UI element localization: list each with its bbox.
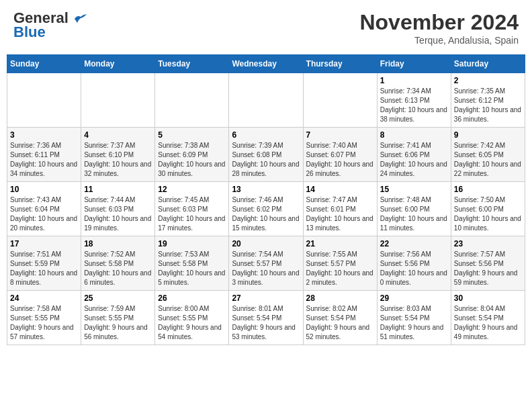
calendar-cell: 8Sunrise: 7:41 AMSunset: 6:06 PMDaylight… [377, 128, 451, 182]
day-info: Sunrise: 7:51 AMSunset: 5:59 PMDaylight:… [10, 250, 78, 287]
calendar-cell: 21Sunrise: 7:55 AMSunset: 5:57 PMDayligh… [303, 236, 377, 291]
calendar-week-1: 1Sunrise: 7:34 AMSunset: 6:13 PMDaylight… [7, 73, 525, 128]
day-info: Sunrise: 7:43 AMSunset: 6:04 PMDaylight:… [10, 195, 78, 233]
page-header: General Blue November 2024 Terque, Andal… [7, 7, 525, 49]
calendar-cell: 28Sunrise: 8:02 AMSunset: 5:54 PMDayligh… [303, 291, 377, 345]
day-info: Sunrise: 8:01 AMSunset: 5:54 PMDaylight:… [232, 304, 300, 342]
logo-bird-icon [73, 13, 88, 24]
day-info: Sunrise: 7:34 AMSunset: 6:13 PMDaylight:… [380, 87, 448, 124]
day-number: 22 [380, 239, 448, 248]
day-number: 17 [10, 239, 78, 248]
day-info: Sunrise: 7:37 AMSunset: 6:10 PMDaylight:… [84, 141, 152, 179]
day-info: Sunrise: 8:02 AMSunset: 5:54 PMDaylight:… [306, 304, 374, 342]
day-info: Sunrise: 7:50 AMSunset: 6:00 PMDaylight:… [454, 195, 522, 233]
calendar-cell: 3Sunrise: 7:36 AMSunset: 6:11 PMDaylight… [7, 128, 81, 182]
day-number: 30 [454, 293, 522, 303]
day-number: 6 [232, 130, 300, 140]
day-info: Sunrise: 7:47 AMSunset: 6:01 PMDaylight:… [306, 195, 374, 233]
calendar-cell [7, 73, 81, 128]
calendar-cell: 7Sunrise: 7:40 AMSunset: 6:07 PMDaylight… [303, 128, 377, 182]
calendar-cell: 18Sunrise: 7:52 AMSunset: 5:58 PMDayligh… [81, 236, 155, 291]
calendar-header-friday: Friday [377, 55, 451, 73]
day-number: 3 [10, 130, 78, 140]
day-number: 19 [158, 239, 226, 248]
day-info: Sunrise: 7:54 AMSunset: 5:57 PMDaylight:… [232, 250, 300, 287]
day-info: Sunrise: 7:36 AMSunset: 6:11 PMDaylight:… [10, 141, 78, 179]
calendar-header-sunday: Sunday [7, 55, 81, 73]
calendar-header-row: SundayMondayTuesdayWednesdayThursdayFrid… [7, 55, 525, 73]
day-info: Sunrise: 7:38 AMSunset: 6:09 PMDaylight:… [158, 141, 226, 179]
day-number: 10 [10, 185, 78, 194]
day-number: 11 [84, 185, 152, 194]
day-info: Sunrise: 7:55 AMSunset: 5:57 PMDaylight:… [306, 250, 374, 287]
day-info: Sunrise: 7:48 AMSunset: 6:00 PMDaylight:… [380, 195, 448, 233]
day-number: 26 [158, 293, 226, 303]
calendar-cell [229, 73, 303, 128]
day-number: 20 [232, 239, 300, 248]
day-info: Sunrise: 7:39 AMSunset: 6:08 PMDaylight:… [232, 141, 300, 179]
calendar-cell: 13Sunrise: 7:46 AMSunset: 6:02 PMDayligh… [229, 182, 303, 236]
day-info: Sunrise: 8:03 AMSunset: 5:54 PMDaylight:… [380, 304, 448, 342]
calendar-table: SundayMondayTuesdayWednesdayThursdayFrid… [7, 54, 525, 345]
day-info: Sunrise: 7:45 AMSunset: 6:03 PMDaylight:… [158, 195, 226, 233]
calendar-cell: 9Sunrise: 7:42 AMSunset: 6:05 PMDaylight… [451, 128, 525, 182]
day-info: Sunrise: 8:00 AMSunset: 5:55 PMDaylight:… [158, 304, 226, 342]
day-info: Sunrise: 7:53 AMSunset: 5:58 PMDaylight:… [158, 250, 226, 287]
calendar-cell: 27Sunrise: 8:01 AMSunset: 5:54 PMDayligh… [229, 291, 303, 345]
calendar-header-saturday: Saturday [451, 55, 525, 73]
calendar-week-3: 10Sunrise: 7:43 AMSunset: 6:04 PMDayligh… [7, 182, 525, 236]
calendar-cell: 30Sunrise: 8:04 AMSunset: 5:54 PMDayligh… [451, 291, 525, 345]
calendar-week-5: 24Sunrise: 7:58 AMSunset: 5:55 PMDayligh… [7, 291, 525, 345]
day-number: 28 [306, 293, 374, 303]
calendar-cell: 29Sunrise: 8:03 AMSunset: 5:54 PMDayligh… [377, 291, 451, 345]
calendar-cell [155, 73, 229, 128]
day-number: 2 [454, 76, 522, 85]
logo: General Blue [13, 10, 88, 41]
calendar-cell: 19Sunrise: 7:53 AMSunset: 5:58 PMDayligh… [155, 236, 229, 291]
day-number: 8 [380, 130, 448, 140]
calendar-cell [303, 73, 377, 128]
calendar-cell: 6Sunrise: 7:39 AMSunset: 6:08 PMDaylight… [229, 128, 303, 182]
day-info: Sunrise: 8:04 AMSunset: 5:54 PMDaylight:… [454, 304, 522, 342]
calendar-week-4: 17Sunrise: 7:51 AMSunset: 5:59 PMDayligh… [7, 236, 525, 291]
day-number: 23 [454, 239, 522, 248]
day-info: Sunrise: 7:35 AMSunset: 6:12 PMDaylight:… [454, 87, 522, 124]
day-number: 9 [454, 130, 522, 140]
day-number: 12 [158, 185, 226, 194]
day-number: 15 [380, 185, 448, 194]
calendar-cell: 16Sunrise: 7:50 AMSunset: 6:00 PMDayligh… [451, 182, 525, 236]
day-info: Sunrise: 7:56 AMSunset: 5:56 PMDaylight:… [380, 250, 448, 287]
calendar-cell: 20Sunrise: 7:54 AMSunset: 5:57 PMDayligh… [229, 236, 303, 291]
calendar-cell: 26Sunrise: 8:00 AMSunset: 5:55 PMDayligh… [155, 291, 229, 345]
day-number: 21 [306, 239, 374, 248]
day-info: Sunrise: 7:41 AMSunset: 6:06 PMDaylight:… [380, 141, 448, 179]
calendar-cell: 12Sunrise: 7:45 AMSunset: 6:03 PMDayligh… [155, 182, 229, 236]
day-number: 25 [84, 293, 152, 303]
month-title: November 2024 [359, 10, 519, 35]
calendar-cell: 15Sunrise: 7:48 AMSunset: 6:00 PMDayligh… [377, 182, 451, 236]
day-info: Sunrise: 7:52 AMSunset: 5:58 PMDaylight:… [84, 250, 152, 287]
day-number: 27 [232, 293, 300, 303]
day-info: Sunrise: 7:44 AMSunset: 6:03 PMDaylight:… [84, 195, 152, 233]
calendar-cell: 17Sunrise: 7:51 AMSunset: 5:59 PMDayligh… [7, 236, 81, 291]
day-number: 29 [380, 293, 448, 303]
calendar-cell: 24Sunrise: 7:58 AMSunset: 5:55 PMDayligh… [7, 291, 81, 345]
day-info: Sunrise: 7:59 AMSunset: 5:55 PMDaylight:… [84, 304, 152, 342]
day-info: Sunrise: 7:40 AMSunset: 6:07 PMDaylight:… [306, 141, 374, 179]
day-info: Sunrise: 7:42 AMSunset: 6:05 PMDaylight:… [454, 141, 522, 179]
calendar-cell: 25Sunrise: 7:59 AMSunset: 5:55 PMDayligh… [81, 291, 155, 345]
calendar-cell: 1Sunrise: 7:34 AMSunset: 6:13 PMDaylight… [377, 73, 451, 128]
day-number: 7 [306, 130, 374, 140]
calendar-cell: 2Sunrise: 7:35 AMSunset: 6:12 PMDaylight… [451, 73, 525, 128]
title-block: November 2024 Terque, Andalusia, Spain [359, 10, 519, 46]
calendar-cell: 23Sunrise: 7:57 AMSunset: 5:56 PMDayligh… [451, 236, 525, 291]
calendar-header-thursday: Thursday [303, 55, 377, 73]
calendar-cell: 4Sunrise: 7:37 AMSunset: 6:10 PMDaylight… [81, 128, 155, 182]
logo-blue-text: Blue [13, 24, 46, 41]
day-number: 5 [158, 130, 226, 140]
calendar-cell [81, 73, 155, 128]
day-number: 1 [380, 76, 448, 85]
day-info: Sunrise: 7:46 AMSunset: 6:02 PMDaylight:… [232, 195, 300, 233]
day-info: Sunrise: 7:58 AMSunset: 5:55 PMDaylight:… [10, 304, 78, 342]
calendar-cell: 22Sunrise: 7:56 AMSunset: 5:56 PMDayligh… [377, 236, 451, 291]
